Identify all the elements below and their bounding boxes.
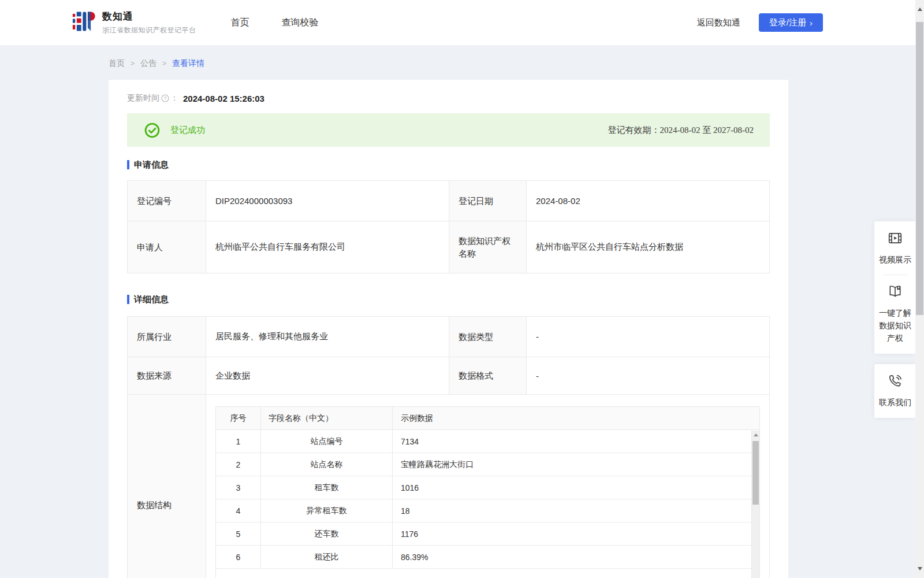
back-to-shuzhitong-link[interactable]: 返回数知通 — [697, 17, 740, 28]
data-structure-cell: 序号 字段名称（中文） 示例数据 1 站点编号 7134 2 站点名称 — [206, 395, 770, 578]
detail-info-table: 所属行业 居民服务、修理和其他服务业 数据类型 - 数据来源 企业数据 数据格式… — [127, 316, 770, 578]
video-demo-item[interactable]: 视频展示 — [877, 231, 913, 266]
scroll-up-arrow-icon[interactable] — [918, 8, 922, 11]
scroll-up-arrow-icon[interactable] — [754, 433, 758, 436]
section-title-text: 申请信息 — [134, 160, 169, 171]
contact-card[interactable]: 联系我们 — [874, 364, 916, 418]
data-format-value: - — [527, 357, 770, 395]
cell-sample: 7134 — [393, 430, 751, 453]
video-icon — [888, 231, 903, 246]
table-row: 3 租车数 1016 — [216, 476, 751, 499]
table-row: 数据结构 序号 字段名称（中文） 示例数据 1 站点编号 7134 — [128, 395, 770, 578]
main-nav: 首页 查询校验 — [231, 17, 319, 29]
reg-date-label: 登记日期 — [449, 181, 527, 221]
update-time-value: 2024-08-02 15:26:03 — [183, 94, 264, 103]
floating-side-panel: 视频展示 一键了解数据知识产权 联系我们 — [874, 221, 916, 418]
cell-field: 站点名称 — [261, 453, 393, 476]
applicant-value: 杭州临平公共自行车服务有限公司 — [206, 221, 449, 273]
update-time-row: 更新时间 ? ： 2024-08-02 15:26:03 — [127, 92, 770, 104]
breadcrumb-separator: > — [162, 60, 166, 68]
structure-table: 序号 字段名称（中文） 示例数据 1 站点编号 7134 2 站点名称 — [215, 406, 760, 578]
breadcrumb-home[interactable]: 首页 — [109, 58, 125, 69]
cell-sample: 1016 — [393, 476, 751, 499]
col-header-sample: 示例数据 — [393, 407, 759, 429]
table-row: 1 站点编号 7134 — [216, 430, 751, 453]
dip-name-value: 杭州市临平区公共自行车站点分析数据 — [527, 221, 770, 273]
chevron-right-icon: › — [810, 18, 813, 28]
col-header-field: 字段名称（中文） — [261, 407, 393, 429]
breadcrumb: 首页 > 公告 > 查看详情 — [109, 58, 924, 69]
cell-no: 3 — [216, 476, 261, 499]
reg-no-label: 登记编号 — [128, 181, 206, 221]
contact-label: 联系我们 — [877, 396, 913, 409]
brand-subtitle: 浙江省数据知识产权登记平台 — [102, 25, 196, 35]
cell-no: 6 — [216, 546, 261, 568]
brand-title: 数知通 — [102, 10, 196, 23]
section-application-info: 申请信息 — [127, 160, 770, 170]
cell-sample: 18 — [393, 499, 751, 522]
login-register-button[interactable]: 登录/注册 › — [759, 13, 823, 32]
cell-no: 2 — [216, 453, 261, 476]
cell-field: 还车数 — [261, 523, 393, 545]
success-check-icon — [144, 123, 160, 138]
breadcrumb-separator: > — [131, 60, 135, 68]
nav-home[interactable]: 首页 — [231, 17, 249, 29]
data-format-label: 数据格式 — [449, 357, 527, 395]
book-icon — [888, 284, 903, 299]
scrollbar-thumb[interactable] — [752, 441, 759, 505]
breadcrumb-announcement[interactable]: 公告 — [140, 58, 157, 69]
table-row: 4 异常租车数 18 — [216, 499, 751, 523]
dip-name-label: 数据知识产权名称 — [449, 221, 527, 273]
scrollbar-thumb[interactable] — [916, 22, 923, 315]
cell-field: 站点编号 — [261, 430, 393, 453]
table-row: 登记编号 DIP2024000003093 登记日期 2024-08-02 — [128, 181, 770, 221]
registration-success-banner: 登记成功 登记有效期：2024-08-02 至 2027-08-02 — [127, 113, 770, 147]
data-source-label: 数据来源 — [128, 357, 206, 395]
detail-card: 更新时间 ? ： 2024-08-02 15:26:03 登记成功 登记有效期：… — [109, 80, 788, 578]
cell-no: 4 — [216, 499, 261, 522]
structure-table-scrollbar[interactable] — [751, 431, 759, 578]
cell-field: 租还比 — [261, 546, 393, 568]
cell-sample: 宝幢路藕花洲大街口 — [393, 453, 751, 476]
data-structure-label: 数据结构 — [128, 395, 206, 578]
table-row: 申请人 杭州临平公共自行车服务有限公司 数据知识产权名称 杭州市临平区公共自行车… — [128, 221, 770, 273]
industry-label: 所属行业 — [128, 317, 206, 357]
logo-icon — [72, 8, 95, 37]
svg-text:?: ? — [163, 95, 166, 101]
breadcrumb-current: 查看详情 — [172, 58, 204, 69]
table-row: 6 租还比 86.39% — [216, 546, 751, 569]
phone-icon — [888, 373, 903, 388]
app-header: 数知通 浙江省数据知识产权登记平台 首页 查询校验 返回数知通 登录/注册 › — [0, 0, 924, 45]
side-panel-card: 视频展示 一键了解数据知识产权 — [874, 221, 916, 354]
reg-date-value: 2024-08-02 — [527, 181, 770, 221]
help-icon[interactable]: ? — [161, 94, 169, 102]
cell-no: 1 — [216, 430, 261, 453]
cell-no: 5 — [216, 523, 261, 545]
data-type-label: 数据类型 — [449, 317, 527, 357]
data-type-value: - — [527, 317, 770, 357]
cell-sample: 1176 — [393, 523, 751, 545]
guide-item[interactable]: 一键了解数据知识产权 — [877, 284, 913, 344]
section-detail-info: 详细信息 — [127, 294, 770, 305]
registration-status-text: 登记成功 — [170, 125, 205, 136]
industry-value: 居民服务、修理和其他服务业 — [206, 317, 449, 357]
application-info-table: 登记编号 DIP2024000003093 登记日期 2024-08-02 申请… — [127, 180, 770, 273]
section-accent-bar — [127, 160, 129, 169]
update-time-label: 更新时间 — [127, 93, 159, 103]
data-source-value: 企业数据 — [206, 357, 449, 395]
scroll-down-arrow-icon[interactable] — [918, 567, 922, 570]
table-row: 数据来源 企业数据 数据格式 - — [128, 357, 770, 395]
page-scrollbar[interactable] — [915, 0, 924, 578]
table-row: 5 还车数 1176 — [216, 523, 751, 546]
divider — [883, 275, 907, 275]
section-accent-bar — [127, 295, 129, 304]
video-demo-label: 视频展示 — [877, 253, 913, 266]
nav-query-verify[interactable]: 查询校验 — [282, 17, 319, 29]
structure-table-body[interactable]: 1 站点编号 7134 2 站点名称 宝幢路藕花洲大街口 3 租车数 1 — [216, 430, 759, 578]
guide-label: 一键了解数据知识产权 — [877, 306, 913, 344]
cell-sample: 86.39% — [393, 546, 751, 568]
cell-field: 异常租车数 — [261, 499, 393, 522]
brand[interactable]: 数知通 浙江省数据知识产权登记平台 — [72, 8, 196, 37]
table-row: 2 站点名称 宝幢路藕花洲大街口 — [216, 453, 751, 476]
reg-no-value: DIP2024000003093 — [206, 181, 449, 221]
